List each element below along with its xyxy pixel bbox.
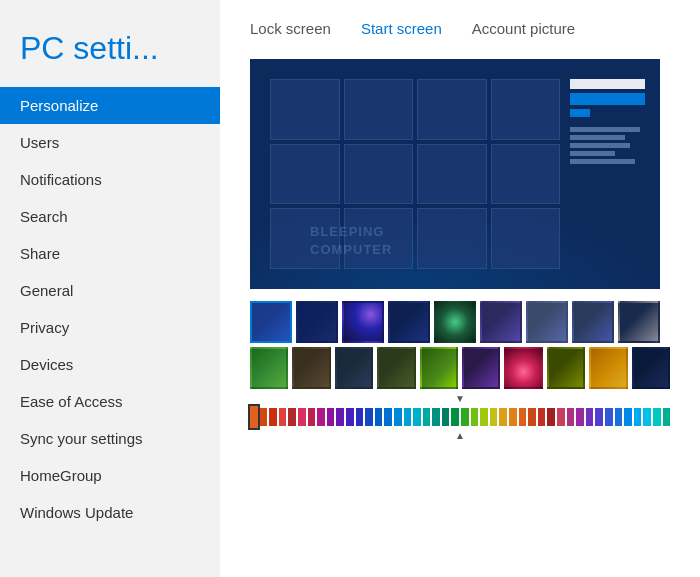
color-swatch-10[interactable] xyxy=(346,408,354,426)
color-swatch-5[interactable] xyxy=(298,408,306,426)
preview-right-panel xyxy=(570,79,650,164)
thumbnail-13[interactable] xyxy=(377,347,415,389)
tile-1 xyxy=(270,79,340,140)
thumbnail-14[interactable] xyxy=(420,347,458,389)
color-swatch-37[interactable] xyxy=(605,408,613,426)
color-swatch-28[interactable] xyxy=(519,408,527,426)
color-swatch-19[interactable] xyxy=(432,408,440,426)
thumbnail-17[interactable] xyxy=(547,347,585,389)
color-swatch-7[interactable] xyxy=(317,408,325,426)
color-swatch-25[interactable] xyxy=(490,408,498,426)
thumbnail-9[interactable] xyxy=(618,301,660,343)
color-swatch-39[interactable] xyxy=(624,408,632,426)
tab-lock-screen[interactable]: Lock screen xyxy=(250,20,331,39)
thumbnail-16[interactable] xyxy=(504,347,542,389)
preview-line-5 xyxy=(570,159,635,164)
tile-3 xyxy=(417,79,487,140)
thumbnail-5[interactable] xyxy=(434,301,476,343)
color-swatch-34[interactable] xyxy=(576,408,584,426)
sidebar-item-notifications[interactable]: Notifications xyxy=(0,161,220,198)
color-swatch-36[interactable] xyxy=(595,408,603,426)
preview-line-4 xyxy=(570,151,615,156)
color-swatch-35[interactable] xyxy=(586,408,594,426)
color-swatch-41[interactable] xyxy=(643,408,651,426)
sidebar-item-personalize[interactable]: Personalize xyxy=(0,87,220,124)
thumbnail-19[interactable] xyxy=(632,347,670,389)
thumbnail-15[interactable] xyxy=(462,347,500,389)
thumbnail-4[interactable] xyxy=(388,301,430,343)
sidebar-item-search[interactable]: Search xyxy=(0,198,220,235)
preview-line-1 xyxy=(570,127,640,132)
color-swatch-8[interactable] xyxy=(327,408,335,426)
sidebar-item-sync-your-settings[interactable]: Sync your settings xyxy=(0,420,220,457)
watermark: BLEEPINGCOMPUTER xyxy=(310,223,392,259)
color-swatch-22[interactable] xyxy=(461,408,469,426)
color-swatch-29[interactable] xyxy=(528,408,536,426)
tab-start-screen[interactable]: Start screen xyxy=(361,20,442,39)
color-swatch-16[interactable] xyxy=(404,408,412,426)
tab-account-picture[interactable]: Account picture xyxy=(472,20,575,39)
color-swatch-9[interactable] xyxy=(336,408,344,426)
tile-4 xyxy=(491,79,561,140)
color-swatch-6[interactable] xyxy=(308,408,316,426)
thumbnail-8[interactable] xyxy=(572,301,614,343)
preview-line-2 xyxy=(570,135,625,140)
color-swatch-26[interactable] xyxy=(499,408,507,426)
color-swatch-43[interactable] xyxy=(663,408,671,426)
color-swatch-1[interactable] xyxy=(260,408,268,426)
sidebar-item-devices[interactable]: Devices xyxy=(0,346,220,383)
sidebar-item-share[interactable]: Share xyxy=(0,235,220,272)
tile-12 xyxy=(491,208,561,269)
start-screen-preview: BLEEPINGCOMPUTER xyxy=(250,59,660,289)
tile-7 xyxy=(417,144,487,205)
color-swatch-42[interactable] xyxy=(653,408,661,426)
color-swatch-0[interactable] xyxy=(250,406,258,428)
sidebar-item-privacy[interactable]: Privacy xyxy=(0,309,220,346)
thumbnail-6[interactable] xyxy=(480,301,522,343)
thumbnail-3[interactable] xyxy=(342,301,384,343)
tile-8 xyxy=(491,144,561,205)
preview-white-bar xyxy=(570,79,645,89)
app-title: PC setti... xyxy=(0,20,220,87)
thumbnail-1[interactable] xyxy=(250,301,292,343)
arrow-up-icon: ▲ xyxy=(250,430,670,441)
tile-2 xyxy=(344,79,414,140)
color-swatch-3[interactable] xyxy=(279,408,287,426)
color-swatch-23[interactable] xyxy=(471,408,479,426)
color-swatch-14[interactable] xyxy=(384,408,392,426)
color-swatch-13[interactable] xyxy=(375,408,383,426)
sidebar-item-ease-of-access[interactable]: Ease of Access xyxy=(0,383,220,420)
sidebar-item-windows-update[interactable]: Windows Update xyxy=(0,494,220,531)
thumbnail-10[interactable] xyxy=(250,347,288,389)
tile-5 xyxy=(270,144,340,205)
sidebar-item-general[interactable]: General xyxy=(0,272,220,309)
color-swatch-31[interactable] xyxy=(547,408,555,426)
thumbnail-7[interactable] xyxy=(526,301,568,343)
color-swatch-20[interactable] xyxy=(442,408,450,426)
color-strip xyxy=(250,406,670,428)
sidebar-item-homegroup[interactable]: HomeGroup xyxy=(0,457,220,494)
thumbnail-12[interactable] xyxy=(335,347,373,389)
sidebar: PC setti... PersonalizeUsersNotification… xyxy=(0,0,220,577)
color-swatch-11[interactable] xyxy=(356,408,364,426)
color-swatch-38[interactable] xyxy=(615,408,623,426)
color-swatch-4[interactable] xyxy=(288,408,296,426)
color-swatch-15[interactable] xyxy=(394,408,402,426)
color-swatch-33[interactable] xyxy=(567,408,575,426)
thumbnail-row-2 xyxy=(250,347,670,389)
color-swatch-17[interactable] xyxy=(413,408,421,426)
color-swatch-18[interactable] xyxy=(423,408,431,426)
color-swatch-21[interactable] xyxy=(451,408,459,426)
color-swatch-12[interactable] xyxy=(365,408,373,426)
color-swatch-30[interactable] xyxy=(538,408,546,426)
thumbnail-2[interactable] xyxy=(296,301,338,343)
color-swatch-24[interactable] xyxy=(480,408,488,426)
color-swatch-27[interactable] xyxy=(509,408,517,426)
sidebar-item-users[interactable]: Users xyxy=(0,124,220,161)
thumbnail-11[interactable] xyxy=(292,347,330,389)
thumbnail-18[interactable] xyxy=(589,347,627,389)
color-swatch-40[interactable] xyxy=(634,408,642,426)
color-swatch-2[interactable] xyxy=(269,408,277,426)
main-content: Lock screenStart screenAccount picture xyxy=(220,0,700,577)
color-swatch-32[interactable] xyxy=(557,408,565,426)
